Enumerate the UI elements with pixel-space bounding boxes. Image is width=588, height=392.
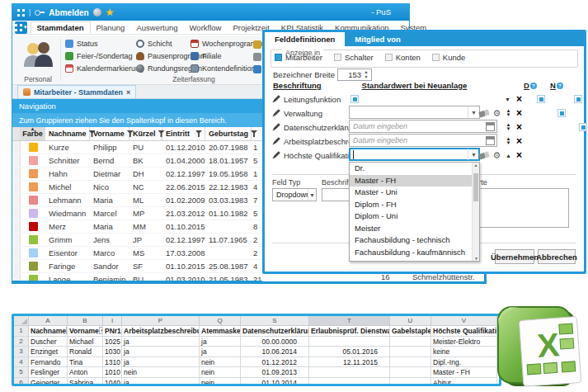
column-header-kuerzel[interactable]: Kürzel [129, 127, 162, 140]
sheet-header-cell[interactable]: Gabelstapler▼ [390, 326, 431, 337]
cell[interactable]: nein [122, 367, 200, 378]
ribbon-item-filiale[interactable]: Filiale [191, 52, 222, 60]
column-header-farbe[interactable]: ▲Farbe [21, 127, 45, 140]
qualifikation-dropdown[interactable]: ▼ [349, 148, 480, 161]
color-swatch[interactable] [29, 143, 38, 152]
info-icon[interactable]: ? [557, 83, 563, 89]
color-swatch[interactable] [29, 156, 38, 165]
move-up-down-icon[interactable]: ▲▼ [503, 121, 514, 133]
cell[interactable]: Geigerter [29, 378, 68, 386]
ribbon-tab-stammdaten[interactable]: Stammdaten [31, 21, 91, 33]
close-tab-icon[interactable]: × [126, 88, 130, 97]
leitungsfunktion-checkbox[interactable] [350, 95, 359, 103]
sheet-header-cell[interactable]: Datenschutzerklärung▼ [241, 326, 309, 337]
scroll-down-icon[interactable]: ▼ [474, 256, 478, 261]
sheet-header-cell[interactable]: Atemmaske▼ [200, 326, 241, 337]
delete-field-icon[interactable]: × [514, 135, 524, 147]
pencil-icon[interactable] [272, 95, 280, 103]
column-letter[interactable]: I [103, 316, 122, 326]
favorite-star-icon[interactable]: ★ [106, 8, 115, 17]
cell[interactable]: Master - FH [431, 367, 497, 378]
ribbon-tab-auswertung[interactable]: Auswertung [130, 22, 183, 33]
verwaltung-dropdown[interactable]: ▼ [349, 106, 480, 119]
calendar-icon[interactable] [486, 136, 495, 145]
pencil-icon[interactable] [272, 109, 280, 117]
chevron-down-icon[interactable]: ▼ [308, 189, 316, 201]
color-swatch[interactable] [29, 222, 38, 231]
chevron-down-icon[interactable]: ▼ [468, 106, 479, 118]
ribbon-icon-partial-1[interactable] [253, 40, 261, 49]
cell[interactable]: 1040 [103, 378, 122, 386]
sheet-header-cell[interactable]: Höchste Qualifikation▼ [431, 326, 497, 337]
ribbon-item-status[interactable]: Status [65, 40, 98, 48]
ribbon-item-feier-sondertag[interactable]: Feier-/Sondertag [65, 52, 133, 60]
column-letter[interactable]: U [390, 316, 431, 326]
column-header-geburtstag[interactable]: Geburtstag [205, 127, 252, 140]
ribbon-item-kontendefinition[interactable]: Kontendefinition [191, 64, 256, 73]
cell[interactable] [309, 378, 390, 386]
dropdown-option[interactable]: Diplom - FH [350, 199, 479, 211]
column-letter[interactable]: A [29, 316, 68, 326]
delete-field-icon[interactable]: × [514, 93, 524, 105]
cell[interactable]: Enzinget [29, 347, 68, 357]
cell[interactable]: Tina [68, 357, 103, 368]
cell[interactable] [390, 357, 431, 368]
cell[interactable]: nein [200, 357, 241, 368]
color-swatch[interactable] [29, 248, 38, 257]
cell[interactable] [390, 347, 431, 357]
personal-people-icon[interactable] [22, 39, 54, 70]
dropdown-option[interactable]: Master - Uni [350, 187, 479, 199]
cell[interactable]: ja [122, 378, 200, 386]
ribbon-tab-workflow[interactable]: Workflow [184, 22, 228, 33]
d-checkbox[interactable] [579, 123, 587, 131]
scrollbar-thumb[interactable] [473, 173, 478, 201]
cell[interactable]: keine [431, 347, 497, 357]
column-header-nachname[interactable]: Nachname [45, 127, 90, 140]
eraser-icon[interactable] [478, 107, 489, 119]
cancel-button[interactable]: Abbrechen [538, 249, 576, 264]
cell[interactable]: 01.09.2013 [241, 367, 309, 378]
checkbox-kunde[interactable]: Kunde [432, 53, 465, 62]
row-number[interactable]: 5 [14, 367, 29, 378]
cell[interactable]: Feslinger [29, 367, 68, 378]
sheet-header-cell[interactable]: PNr1▼ [103, 326, 122, 337]
popup-scrollbar[interactable]: ▲▼ [472, 163, 479, 261]
spinner-arrows-icon[interactable]: ▲▼ [362, 69, 370, 80]
cell[interactable] [309, 367, 390, 378]
color-swatch[interactable] [29, 275, 38, 281]
column-letter[interactable]: Q [200, 316, 241, 326]
color-swatch[interactable] [29, 182, 38, 191]
cell[interactable]: Anton [68, 367, 103, 378]
ribbon-icon-partial-3[interactable] [253, 65, 261, 73]
dropdown-option-selected[interactable]: Master - FH [350, 175, 479, 187]
move-down-icon[interactable]: ▼ [502, 93, 513, 105]
info-icon[interactable]: ? [530, 83, 537, 89]
row-number[interactable]: 3 [14, 347, 29, 357]
bezeichner-breite-spinner[interactable]: 153▲▼ [337, 68, 372, 81]
apply-button[interactable]: Übernehmen [495, 249, 534, 264]
sheet-header-cell[interactable]: Nachname▼ [29, 326, 68, 337]
row-number[interactable]: 1 [14, 326, 29, 337]
column-letter[interactable]: V [431, 316, 497, 326]
column-letter[interactable]: T [309, 316, 390, 326]
cell[interactable]: 1025 [103, 337, 122, 347]
key-icon[interactable] [35, 10, 45, 15]
application-menu-button[interactable]: ▾ [15, 21, 27, 34]
cell[interactable]: Meister-Elektro [431, 337, 497, 347]
dropdown-option[interactable]: Fachausbildung - technisch [350, 234, 479, 247]
color-swatch[interactable] [29, 262, 38, 271]
gear-icon[interactable]: ⚙ [492, 107, 502, 119]
sheet-header-cell[interactable]: Arbeitsplatzbeschreibung▼ [122, 326, 200, 337]
d-checkbox[interactable] [537, 95, 545, 103]
dropdown-option[interactable]: Diplom - Uni [350, 210, 479, 223]
cell[interactable]: 10.06.2014 [241, 347, 309, 357]
ribbon-item-schicht[interactable]: Schicht [136, 40, 172, 48]
cell[interactable]: nein [200, 378, 241, 386]
cell[interactable]: ja [122, 337, 200, 347]
eraser-icon[interactable] [478, 149, 489, 161]
cell[interactable]: 01.10.2014 [241, 378, 309, 386]
cell[interactable]: 1310 [103, 357, 122, 368]
move-up-down-icon[interactable]: ▲▼ [503, 135, 514, 147]
ribbon-item-kalendermarkierung[interactable]: Kalendermarkierung [65, 64, 143, 73]
cell[interactable]: ja [122, 357, 200, 368]
